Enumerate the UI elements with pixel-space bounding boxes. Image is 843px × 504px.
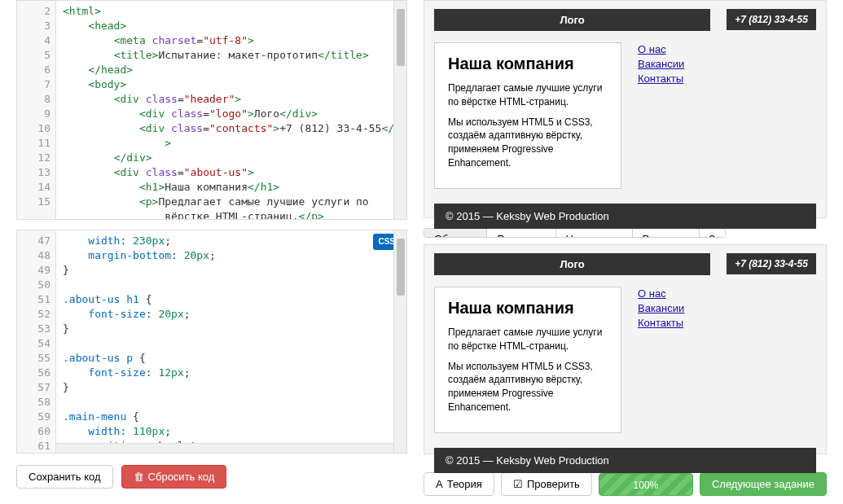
css-gutter: 47484950515253545556575859606162636465 [17, 230, 56, 453]
tab-4[interactable]: ? [700, 229, 725, 237]
preview-about: Наша компания Предлагает самые лучшие ус… [434, 287, 621, 433]
preview-menu-link[interactable]: О нас [638, 42, 727, 57]
preview-about-title: Наша компания [448, 55, 608, 73]
html-editor[interactable]: 23456789101112131415 <html> <head> <meta… [16, 0, 407, 220]
css-editor[interactable]: CSS 474849505152535455565758596061626364… [16, 230, 407, 454]
preview-about-p2: Мы используем HTML5 и CSS3, создаём адап… [448, 116, 608, 170]
preview-about-p2: Мы используем HTML5 и CSS3, создаём адап… [448, 360, 608, 414]
tab-3[interactable]: Различия [633, 229, 700, 237]
preview-contacts: +7 (812) 33-4-55 [727, 253, 816, 274]
preview-footer: © 2015 — Keksby Web Production [434, 448, 816, 473]
scrollbar-icon[interactable] [393, 230, 406, 453]
next-task-button[interactable]: Следующее задание [700, 472, 827, 496]
scrollbar-icon[interactable] [393, 1, 406, 219]
preview-about: Наша компания Предлагает самые лучшие ус… [434, 42, 621, 189]
trash-icon: 🗑 [134, 471, 144, 483]
preview-menu-link[interactable]: Контакты [638, 316, 727, 331]
tab-1[interactable]: Результат [487, 229, 555, 237]
theory-button[interactable]: AТеория [424, 472, 494, 496]
tab-0[interactable]: Образец [424, 229, 487, 237]
tab-2[interactable]: Наложение [556, 229, 633, 237]
preview-about-p1: Предлагает самые лучшие услуги по вёрстк… [448, 81, 608, 109]
html-code[interactable]: <html> <head> <meta charset="utf-8"> <ti… [56, 1, 406, 220]
preview-menu: О насВакансииКонтакты [638, 42, 727, 87]
reset-label: Сбросить код [148, 471, 215, 483]
font-icon: A [436, 478, 443, 490]
css-code[interactable]: width: 230px; margin-bottom: 20px;} .abo… [56, 230, 406, 454]
preview-logo: Лого [434, 9, 710, 31]
save-code-button[interactable]: Сохранить код [16, 465, 113, 489]
reference-preview: Лого +7 (812) 33-4-55 Наша компания Пред… [424, 244, 827, 454]
preview-tabs: ОбразецРезультатНаложениеРазличия? [424, 228, 726, 238]
preview-contacts: +7 (812) 33-4-55 [727, 9, 816, 30]
preview-footer: © 2015 — Keksby Web Production [434, 204, 816, 229]
result-preview: Лого +7 (812) 33-4-55 Наша компания Пред… [424, 0, 827, 218]
preview-menu-link[interactable]: Контакты [638, 72, 727, 86]
preview-menu: О насВакансииКонтакты [638, 287, 727, 331]
html-gutter: 23456789101112131415 [17, 1, 56, 219]
check-button[interactable]: ☑Проверить [501, 472, 592, 496]
preview-menu-link[interactable]: Вакансии [638, 301, 727, 316]
check-label: Проверить [527, 478, 580, 490]
preview-about-p1: Предлагает самые лучшие услуги по вёрстк… [448, 326, 608, 353]
preview-about-title: Наша компания [448, 299, 608, 318]
preview-menu-link[interactable]: Вакансии [638, 57, 727, 72]
theory-label: Теория [447, 478, 482, 490]
scrollbar-icon[interactable] [56, 443, 393, 453]
reset-code-button[interactable]: 🗑Сбросить код [121, 465, 227, 489]
preview-menu-link[interactable]: О нас [638, 287, 727, 301]
check-icon: ☑ [513, 478, 523, 490]
progress-bar: 100% [599, 473, 693, 496]
preview-logo: Лого [434, 253, 710, 275]
